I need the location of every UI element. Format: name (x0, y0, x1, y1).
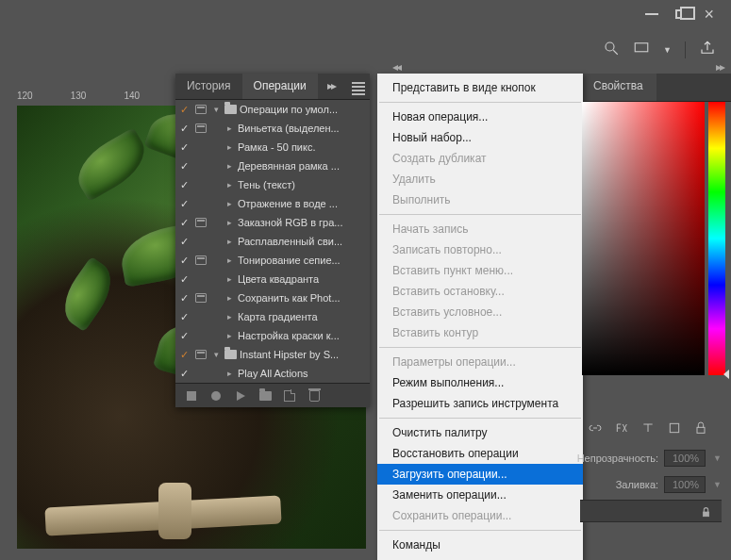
toggle-check-icon[interactable]: ✓ (175, 198, 192, 210)
disclosure-arrow-icon[interactable]: ▸ (209, 237, 236, 246)
tab-history[interactable]: История (175, 74, 242, 99)
toggle-check-icon[interactable]: ✓ (175, 236, 192, 248)
disclosure-arrow-icon[interactable]: ▸ (209, 369, 236, 378)
dropdown-caret-icon[interactable]: ▼ (663, 45, 672, 55)
toggle-check-icon[interactable]: ✓ (175, 160, 192, 173)
panel-overflow-icon[interactable]: ▸▸ (318, 74, 344, 99)
window-minimize-icon[interactable] (645, 13, 658, 15)
action-row[interactable]: ✓▸Сохранить как Phot... (175, 288, 370, 307)
action-label: Настройка краски к... (236, 330, 366, 341)
toggle-check-icon[interactable]: ✓ (175, 330, 192, 342)
menu-item[interactable]: Новый набор... (377, 127, 583, 148)
disclosure-arrow-icon[interactable]: ▸ (209, 274, 236, 284)
menu-item[interactable]: Режим выполнения... (377, 372, 583, 393)
crop-icon[interactable] (667, 420, 682, 439)
search-icon[interactable] (603, 40, 620, 60)
hue-slider[interactable] (708, 102, 725, 375)
panel-menu-icon[interactable] (344, 74, 373, 99)
window-maximize-icon[interactable] (675, 9, 687, 19)
new-action-icon[interactable] (283, 389, 296, 403)
action-row[interactable]: ✓▸Расплавленный сви... (175, 232, 370, 251)
lock-all-icon[interactable] (697, 503, 714, 520)
action-row[interactable]: ✓▸Отражение в воде ... (175, 194, 370, 213)
action-row[interactable]: ✓▸Play All Actions (175, 364, 370, 383)
action-row[interactable]: ✓▸Тонирование сепие... (175, 251, 370, 270)
disclosure-arrow-icon[interactable]: ▸ (209, 255, 236, 265)
color-picker-field[interactable] (582, 102, 705, 375)
tab-actions[interactable]: Операции (242, 74, 318, 99)
disclosure-arrow-icon[interactable]: ▸ (209, 331, 236, 340)
disclosure-arrow-icon[interactable]: ▾ (209, 105, 223, 114)
action-row[interactable]: ✓▸Карта градиента (175, 307, 370, 326)
action-row[interactable]: ✓▸Рамка - 50 пикс. (175, 138, 370, 156)
disclosure-arrow-icon[interactable]: ▾ (209, 350, 223, 359)
type-icon[interactable] (640, 420, 656, 439)
play-icon[interactable] (234, 389, 247, 403)
action-row[interactable]: ✓▸Настройка краски к... (175, 326, 370, 345)
action-set-row[interactable]: ✓▾Instant Hipster by S... (175, 345, 370, 364)
toggle-check-icon[interactable]: ✓ (175, 141, 192, 154)
menu-item[interactable]: Рамки (377, 555, 583, 560)
dropdown-caret-icon[interactable]: ▼ (711, 453, 722, 463)
toggle-check-icon[interactable]: ✓ (175, 217, 192, 229)
toggle-check-icon[interactable]: ✓ (175, 311, 192, 323)
disclosure-arrow-icon[interactable]: ▸ (209, 218, 236, 227)
disclosure-arrow-icon[interactable]: ▸ (209, 293, 236, 303)
menu-item[interactable]: Представить в виде кнопок (377, 77, 583, 98)
opacity-field[interactable]: 100% (664, 450, 706, 467)
toggle-check-icon[interactable]: ✓ (175, 179, 192, 191)
toggle-check-icon[interactable]: ✓ (175, 104, 192, 116)
window-close-icon[interactable]: × (704, 5, 714, 25)
menu-item[interactable]: Очистить палитру (377, 422, 583, 443)
properties-tab-strip: Свойства (580, 74, 731, 102)
menu-item[interactable]: Разрешить запись инструмента (377, 393, 583, 414)
trash-icon[interactable] (307, 389, 321, 403)
share-icon[interactable] (699, 40, 716, 60)
toggle-check-icon[interactable]: ✓ (175, 255, 192, 267)
toggle-check-icon[interactable]: ✓ (175, 368, 192, 380)
disclosure-arrow-icon[interactable]: ▸ (209, 161, 236, 171)
action-row[interactable]: ✓▸Тень (текст) (175, 175, 370, 194)
action-row[interactable]: ✓▸Виньетка (выделен... (175, 119, 370, 138)
lock-mini-icon[interactable] (693, 420, 708, 439)
panel-collapse-icon[interactable]: ◂◂ (392, 60, 400, 74)
menu-item[interactable]: Новая операция... (377, 107, 583, 127)
toggle-check-icon[interactable]: ✓ (175, 349, 192, 361)
menu-item[interactable]: Восстановить операции (377, 443, 583, 464)
disclosure-arrow-icon[interactable]: ▸ (209, 124, 236, 133)
action-row[interactable]: ✓▸Деревянная рамка ... (175, 156, 370, 175)
action-row[interactable]: ✓▸Заказной RGB в гра... (175, 213, 370, 232)
menu-item[interactable]: Загрузить операции... (377, 464, 583, 485)
record-icon[interactable] (209, 389, 223, 403)
dialog-toggle-icon[interactable] (192, 124, 209, 133)
link-icon[interactable] (588, 420, 603, 439)
dialog-toggle-icon[interactable] (192, 218, 209, 227)
action-row[interactable]: ✓▸Цвета квадранта (175, 270, 370, 288)
screen-mode-icon[interactable] (633, 40, 650, 60)
new-set-icon[interactable] (258, 389, 272, 403)
toggle-check-icon[interactable]: ✓ (175, 273, 192, 286)
fill-field[interactable]: 100% (664, 476, 706, 493)
disclosure-arrow-icon[interactable]: ▸ (209, 180, 236, 189)
stop-icon[interactable] (185, 389, 198, 403)
toggle-check-icon[interactable]: ✓ (175, 123, 192, 135)
action-label: Расплавленный сви... (236, 236, 366, 247)
toggle-check-icon[interactable]: ✓ (175, 292, 192, 305)
disclosure-arrow-icon[interactable]: ▸ (209, 199, 236, 208)
dialog-toggle-icon[interactable] (192, 105, 209, 114)
fx-icon[interactable] (614, 420, 629, 439)
disclosure-arrow-icon[interactable]: ▸ (209, 142, 236, 152)
dialog-toggle-icon[interactable] (192, 255, 209, 265)
menu-item: Вставить контур (377, 322, 583, 343)
action-set-row[interactable]: ✓▾Операции по умол... (175, 100, 370, 119)
dialog-toggle-icon[interactable] (192, 350, 209, 359)
disclosure-arrow-icon[interactable]: ▸ (209, 312, 236, 321)
menu-item[interactable]: Заменить операции... (377, 485, 583, 505)
hue-slider-thumb-icon[interactable] (723, 370, 729, 379)
dialog-toggle-icon[interactable] (192, 293, 209, 303)
menu-item: Создать дубликат (377, 148, 583, 169)
tab-properties[interactable]: Свойства (580, 74, 656, 101)
dropdown-caret-icon[interactable]: ▼ (711, 480, 722, 489)
menu-item[interactable]: Команды (377, 535, 583, 555)
panel-overflow-icon[interactable]: ▸▸ (716, 60, 723, 74)
